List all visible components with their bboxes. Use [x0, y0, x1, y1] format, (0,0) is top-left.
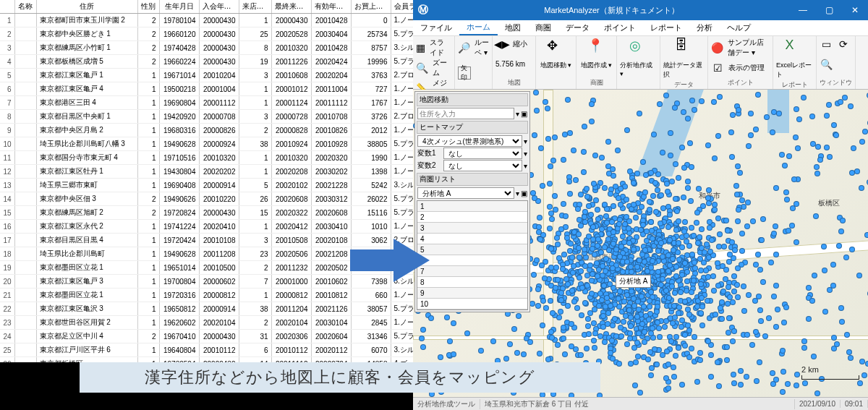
table-row[interactable]: 1東京都町田市東玉川学園 221978010420000430120000430…: [0, 14, 413, 27]
list-item[interactable]: 1: [417, 201, 527, 212]
col-header[interactable]: 最終来店日: [271, 0, 311, 14]
list-item[interactable]: 7: [417, 266, 527, 277]
map-create-icon[interactable]: 📍: [587, 38, 606, 56]
table-row[interactable]: 24東京都足立区中川 42196704102000043031200203062…: [0, 330, 413, 343]
slide-label[interactable]: スライド: [430, 38, 451, 58]
map-move-icon[interactable]: ✥: [547, 38, 566, 56]
panel-sec-map-move: 地図移動: [417, 93, 528, 106]
table-row[interactable]: 9東京都中央区月島 211968031620000826220000828200…: [0, 124, 413, 137]
table-row[interactable]: 15東京都練馬区旭町 22197208242000043015200203222…: [0, 206, 413, 220]
col-header[interactable]: 会員ランク: [391, 0, 413, 14]
data-table[interactable]: 名称住所性別生年月日入会年月日来店回数最終来店日有効年月日お買上金額会員ランク商…: [0, 0, 413, 362]
menu-5[interactable]: ポイント: [597, 20, 643, 35]
table-row[interactable]: 23東京都世田谷区用賀 2119620602200201042200201042…: [0, 316, 413, 330]
list-item[interactable]: 5: [417, 244, 527, 255]
loupe-label[interactable]: ルーペ ▾: [475, 38, 489, 58]
col-header[interactable]: 有効年月日: [311, 0, 351, 14]
col-header[interactable]: 名称: [14, 0, 36, 14]
menu-7[interactable]: 分析: [689, 20, 720, 35]
window-icon-3[interactable]: 🔍: [820, 58, 833, 71]
table-row[interactable]: 2東京都中央区勝どき 12196601202000043025200205282…: [0, 27, 413, 41]
map-create-label[interactable]: 地図作成 ▾: [581, 61, 613, 70]
table-row[interactable]: 8東京都目黒区中央町 11194209202000070832000072820…: [0, 110, 413, 124]
go-icon[interactable]: ▣: [521, 110, 527, 118]
status-tool: 分析地作成ツール: [413, 399, 480, 409]
area-go-icon[interactable]: ▣: [521, 189, 527, 197]
menu-1[interactable]: ホーム: [459, 20, 498, 35]
map-move-label[interactable]: 地図移動 ▾: [540, 61, 572, 70]
table-row[interactable]: 4東京都板橋区成増 521966022420000430192001122620…: [0, 55, 413, 69]
list-item[interactable]: 3: [417, 223, 527, 234]
table-row[interactable]: 7東京都港区三田 4119690804200011121200011242001…: [0, 96, 413, 110]
group-label-window: ウィンドウ: [820, 77, 852, 87]
table-row[interactable]: 3東京都練馬区小竹町 12197404282000043082001032020…: [0, 41, 413, 55]
zoom-label[interactable]: ズーム: [433, 58, 451, 78]
area-row-list[interactable]: 12345678910: [417, 200, 528, 310]
map-workspace[interactable]: 関越自動車道 和光市 板橋区 分析地 A 地図移動 ▾▣ ヒートマップ 4次メッ…: [413, 90, 868, 397]
window-icon-1[interactable]: ▭: [820, 38, 833, 51]
panel-sec-arealist: 商圏リスト: [417, 173, 528, 186]
minimize-button[interactable]: —: [790, 0, 816, 20]
list-item[interactable]: 10: [417, 299, 527, 309]
menu-3[interactable]: 商圏: [528, 20, 558, 35]
var2-label: 変数2: [417, 161, 442, 171]
mesh-select[interactable]: 4次メッシュ(世界測地系): [417, 135, 522, 147]
maximize-button[interactable]: ▢: [816, 0, 842, 20]
shrink-icon: ◀▶: [495, 38, 509, 51]
analysis-marker-label[interactable]: 分析地 A: [616, 275, 651, 288]
slide-icon: ▦: [416, 41, 425, 54]
caption-banner: 漢字住所などから地図上に顧客・会員をマッピング: [80, 362, 600, 393]
analysis-create-icon[interactable]: ◎: [629, 38, 648, 56]
analysis-create-label[interactable]: 分析地作成 ▾: [620, 61, 657, 77]
area-select[interactable]: 分析地 A: [417, 187, 514, 199]
dropdown-icon[interactable]: ▾: [516, 110, 519, 118]
close-button[interactable]: ✕: [842, 0, 868, 20]
table-row[interactable]: 11東京都国分寺市東元町 411971051620010320120010320…: [0, 151, 413, 165]
table-row[interactable]: 6東京都江東区亀戸 411950021820001004120001012200…: [0, 82, 413, 96]
col-header[interactable]: 住所: [36, 0, 137, 14]
display-mgmt-label[interactable]: 表示の管理: [728, 63, 765, 73]
table-row[interactable]: 25東京都江戸川区平井 6119640804200101126200101122…: [0, 343, 413, 357]
col-header[interactable]: 来店回数: [239, 0, 271, 14]
table-row[interactable]: 5東京都江東区亀戸 111967101420010204320010608200…: [0, 69, 413, 82]
group-label-area: 商圏: [579, 77, 613, 87]
table-row[interactable]: 22東京都江東区亀沢 31196508122000091438200112042…: [0, 302, 413, 316]
menu-0[interactable]: ファイル: [413, 20, 459, 35]
sample-store-label[interactable]: サンプル店舗デー ▾: [728, 38, 770, 58]
group-label-point: ポイント: [711, 77, 770, 87]
list-item[interactable]: 4: [417, 234, 527, 244]
statusbar: 分析地作成ツール 埼玉県和光市下新倉 6 丁目 付近 2021/09/10 09…: [413, 397, 868, 410]
menu-6[interactable]: レポート: [643, 20, 689, 35]
table-row[interactable]: 13埼玉県三郷市東町119690408200009145200201022002…: [0, 179, 413, 192]
address-input[interactable]: [417, 108, 514, 119]
menu-2[interactable]: 地図: [498, 20, 528, 35]
table-row[interactable]: 10埼玉県比企郡川島町八幡 31194906282000092438200109…: [0, 137, 413, 151]
stats-label[interactable]: 統計データ選択: [663, 61, 705, 80]
table-row[interactable]: 12東京都江東区牡丹 11194308042002020212002020820…: [0, 165, 413, 179]
table-row[interactable]: 26東京都板橋区11973050420000430142001111220020…: [0, 357, 413, 363]
list-item[interactable]: 6: [417, 255, 527, 266]
table-row[interactable]: 14東京都中央区佃 321949062620010220262002060820…: [0, 192, 413, 206]
col-header[interactable]: 入会年月日: [199, 0, 239, 14]
col-header[interactable]: お買上金額: [351, 0, 391, 14]
shrink-label[interactable]: 縮小: [513, 39, 527, 49]
var1-select[interactable]: なし: [443, 148, 522, 159]
list-item[interactable]: 2: [417, 212, 527, 223]
col-header[interactable]: [0, 0, 14, 14]
list-item[interactable]: 8: [417, 277, 527, 288]
col-header[interactable]: 生年月日: [159, 0, 199, 14]
table-row[interactable]: 16東京都江東区永代 21197412242002041012002041220…: [0, 220, 413, 234]
table-row[interactable]: 21東京都墨田区立花 11197203162000081212000081220…: [0, 289, 413, 302]
var1-label: 変数1: [417, 148, 442, 158]
var2-select[interactable]: なし: [443, 160, 522, 171]
stats-icon[interactable]: 🗄: [675, 38, 694, 56]
excel-icon[interactable]: X: [786, 38, 804, 56]
list-item[interactable]: 9: [417, 288, 527, 299]
arrow-mode-button[interactable]: 矢印: [458, 67, 471, 80]
menu-8[interactable]: ヘルプ: [720, 20, 758, 35]
col-header[interactable]: 性別: [137, 0, 159, 14]
menu-4[interactable]: データ: [558, 20, 597, 35]
window-icon-2[interactable]: ⟳: [837, 38, 850, 51]
app-icon: Ⓜ: [413, 0, 433, 20]
excel-label[interactable]: Excelレポート: [776, 61, 813, 80]
